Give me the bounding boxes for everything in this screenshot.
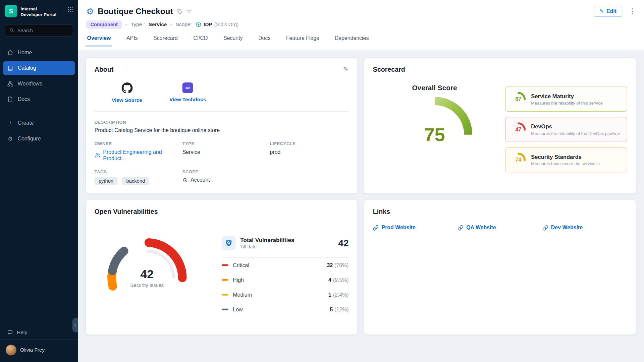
user-menu[interactable]: Olivia Frey [0, 340, 78, 362]
apps-grid-icon[interactable] [67, 5, 73, 14]
sidebar-item-workflows[interactable]: Workflows [3, 76, 75, 90]
dot-separator: • [170, 22, 172, 27]
overall-score-value: 75 [424, 124, 445, 146]
severity-dash [222, 264, 228, 266]
scope-name: IDP [204, 22, 212, 27]
overall-score-value-wrap: 75 [395, 96, 474, 174]
vuln-center: 42 Security Issues [107, 238, 187, 318]
scorecard-title: Scorecard [373, 66, 627, 73]
severity-row-critical[interactable]: Critical 32 (76%) [222, 258, 348, 273]
help-chat-icon [7, 329, 13, 335]
logo-line1: Internal [20, 6, 64, 12]
view-source-link[interactable]: View Source [100, 82, 154, 103]
search-input[interactable] [17, 27, 69, 33]
scope-value: IDP (Sid's Org) [196, 21, 239, 27]
severity-pct: (12%) [334, 306, 348, 312]
view-techdocs-link[interactable]: </> View Techdocs [161, 82, 214, 103]
sidebar-collapse-handle[interactable]: ‹ [72, 318, 78, 333]
link-qa-website[interactable]: QA Website [458, 225, 542, 231]
search-icon [9, 27, 14, 33]
target-icon [182, 177, 188, 183]
links-title: Links [373, 208, 627, 216]
severity-row-medium[interactable]: Medium 1 (2.4%) [222, 287, 348, 302]
entity-meta-row: Component • Type : Service • Scope: IDP … [86, 20, 636, 28]
sidebar-spacer [0, 145, 78, 325]
score-item-service-maturity[interactable]: 87 Service Maturity Measures the reliabi… [505, 86, 627, 112]
tab-overview[interactable]: Overview [87, 35, 111, 46]
tab-dependencies[interactable]: Dependencies [335, 35, 369, 46]
view-source-label: View Source [112, 97, 142, 103]
workflows-icon [7, 80, 14, 87]
sidebar-search[interactable] [5, 24, 73, 37]
sidebar-item-catalog[interactable]: Catalog [3, 61, 75, 75]
overall-score-panel: Overall Score [373, 75, 496, 174]
sidebar-item-home[interactable]: Home [3, 45, 75, 59]
users-icon [95, 152, 101, 158]
owner-label: OWNER [95, 141, 182, 146]
tab-scorecard[interactable]: Scorecard [153, 35, 178, 46]
score-items: 87 Service Maturity Measures the reliabi… [505, 86, 627, 174]
content-grid: About ✎ View Source </> View Techdocs [78, 51, 644, 335]
tab-apis[interactable]: APIs [126, 35, 138, 46]
kebab-menu-icon[interactable]: ⋮ [629, 8, 636, 15]
help-label: Help [17, 329, 27, 335]
app-root: S Internal Developer Portal Home Catalog [0, 0, 644, 362]
help-button[interactable]: Help [0, 325, 78, 340]
vuln-center-label: Security Issues [130, 282, 164, 288]
sidebar-item-docs[interactable]: Docs [3, 92, 75, 106]
copy-icon[interactable] [177, 8, 182, 14]
score-item-desc: Measures how secure the service is [531, 161, 599, 166]
severity-dash [222, 279, 228, 281]
severity-row-high[interactable]: High 4 (9.5%) [222, 273, 348, 287]
tab-security[interactable]: Security [223, 35, 243, 46]
tag-pill[interactable]: python [95, 177, 118, 185]
user-name: Olivia Frey [20, 347, 45, 353]
document-icon [7, 96, 14, 103]
owner-type-lifecycle-row: OWNER Product Engineering and Product...… [95, 141, 349, 161]
shield-search-icon [222, 236, 236, 250]
severity-count: 32 [327, 262, 333, 268]
app-logo: S Internal Developer Portal [0, 0, 78, 17]
catalog-book-icon [7, 65, 14, 71]
tag-pill[interactable]: backend [122, 177, 149, 185]
page-title: Boutique Checkout [98, 7, 173, 16]
link-dev-website[interactable]: Dev Website [542, 225, 627, 231]
scope-org: (Sid's Org) [214, 22, 239, 27]
edit-pencil-icon[interactable]: ✎ [343, 65, 348, 73]
tab-feature-flags[interactable]: Feature Flags [286, 35, 319, 46]
app-logo-icon: S [5, 5, 17, 17]
favorite-star-icon[interactable]: ☆ [186, 8, 192, 15]
edit-button[interactable]: ✎ Edit [594, 6, 622, 17]
cube-icon [196, 21, 202, 27]
tab-cicd[interactable]: CI/CD [193, 35, 208, 46]
score-item-security-standards[interactable]: 74 Security Standards Measures how secur… [505, 147, 627, 173]
score-item-devops[interactable]: 47 DevOps Measures the reliability of th… [505, 117, 627, 142]
sidebar: S Internal Developer Portal Home Catalog [0, 0, 78, 362]
link-icon [373, 225, 379, 230]
link-prod-website[interactable]: Prod Website [373, 225, 458, 231]
score-ring: 74 [510, 152, 527, 168]
score-ring: 87 [510, 91, 527, 107]
sidebar-item-configure[interactable]: ⚙ Configure [3, 132, 75, 146]
links-card: Links Prod Website QA Website Dev Websit… [364, 199, 636, 335]
chevron-left-icon: ‹ [74, 322, 76, 328]
lifecycle-value: prod [270, 149, 348, 155]
lifecycle-block: LIFECYCLE prod [270, 141, 348, 161]
severity-label: Medium [233, 292, 252, 298]
github-icon [121, 82, 132, 94]
severity-row-low[interactable]: Low 5 (12%) [222, 302, 348, 317]
tab-docs[interactable]: Docs [258, 35, 270, 46]
techdocs-icon: </> [182, 82, 193, 93]
about-title: About [95, 66, 349, 73]
scope-value: Account [182, 177, 270, 183]
tab-bar: Overview APIs Scorecard CI/CD Security D… [86, 35, 636, 46]
severity-pct: (76%) [334, 262, 348, 268]
owner-link[interactable]: Product Engineering and Product... [95, 149, 182, 161]
score-item-title: Service Maturity [531, 93, 603, 99]
vulnerabilities-donut-panel: 42 Security Issues [95, 220, 222, 318]
sidebar-item-create[interactable]: + Create [3, 116, 75, 130]
sidebar-item-label: Catalog [18, 65, 36, 71]
view-techdocs-label: View Techdocs [169, 97, 206, 103]
overall-score-donut: 75 [395, 96, 474, 174]
vuln-total-center: 42 [141, 267, 154, 281]
